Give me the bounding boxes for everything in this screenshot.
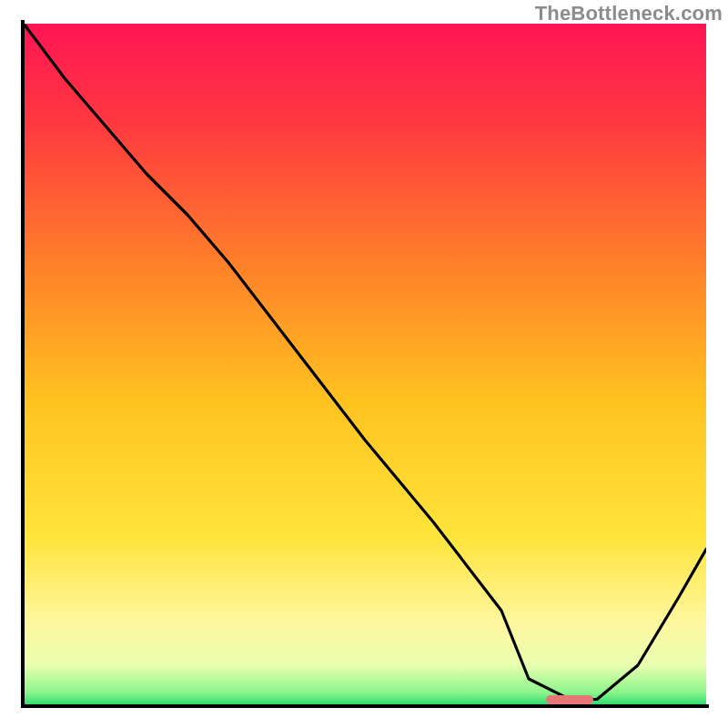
bottleneck-curve <box>24 24 706 706</box>
optimal-marker <box>546 695 594 704</box>
x-axis-line <box>21 704 709 708</box>
attribution-label: TheBottleneck.com <box>535 2 723 25</box>
y-axis-line <box>21 20 25 708</box>
plot-area <box>24 24 706 706</box>
